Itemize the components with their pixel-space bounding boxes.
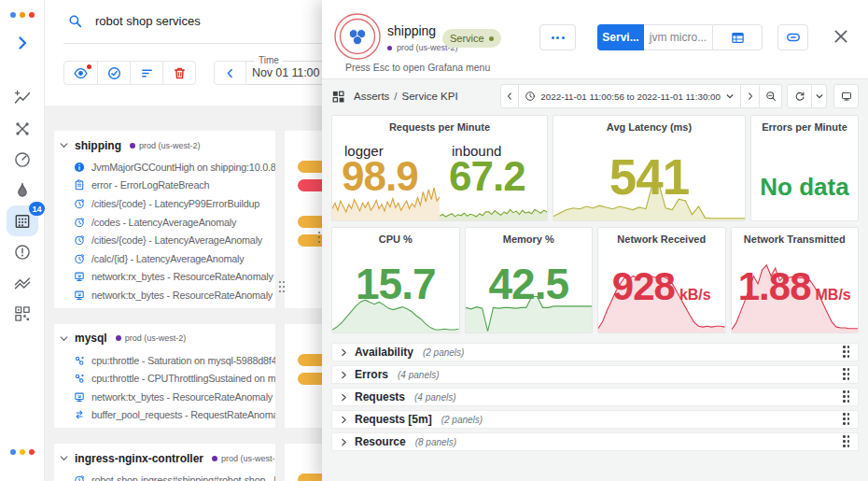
drag-handle-icon[interactable] <box>843 368 850 381</box>
alert-item[interactable]: network:tx_bytes - ResourceRateAnomaly <box>54 286 275 304</box>
search-input[interactable] <box>95 14 310 28</box>
service-group-ingress-nginx-controller: ingress-nginx-controllerprod (us-west-2)… <box>54 444 322 481</box>
dashboard-table-button[interactable] <box>712 24 763 50</box>
group-header[interactable]: ingress-nginx-controllerprod (us-west-2) <box>54 446 275 471</box>
alert-timeline-pill[interactable] <box>298 161 322 173</box>
drag-handle-icon[interactable] <box>843 390 850 403</box>
section-row-requests[interactable]: Requests(4 panels) <box>331 388 859 406</box>
chevron-down-icon <box>60 141 68 149</box>
latency-icon <box>74 198 85 209</box>
alert-item[interactable]: buffer_pool_requests - RequestRateAnomal… <box>54 406 275 425</box>
tab-service[interactable]: Servi... <box>597 24 644 50</box>
section-label: Resource <box>355 435 406 448</box>
chevron-down-icon <box>60 454 68 462</box>
refresh-button[interactable] <box>787 84 812 108</box>
time-controls: 2022-11-01 11:00:56 to 2022-11-01 11:30:… <box>500 84 859 108</box>
notification-badge: 14 <box>29 202 45 216</box>
zoom-out-icon <box>765 91 777 102</box>
alert-item[interactable]: robot-shop-ingress#shipping#robot-shop -… <box>54 471 275 481</box>
section-row-availability[interactable]: Availability(2 panels) <box>331 343 859 361</box>
time-back-button[interactable] <box>500 84 519 108</box>
column-resize-handle[interactable] <box>279 281 286 294</box>
alert-timeline-pill[interactable] <box>298 354 322 366</box>
alert-timeline-pill[interactable] <box>298 216 322 228</box>
kpi-toolbar: Asserts / Service KPI 2022-11-01 11:00:5… <box>322 80 868 112</box>
group-header[interactable]: shippingprod (us-west-2) <box>54 133 275 158</box>
chevron-down-icon <box>815 92 824 101</box>
time-forward-button[interactable] <box>741 84 760 108</box>
verified-icon <box>107 66 121 80</box>
section-label: Errors <box>355 368 388 381</box>
gauge-icon <box>13 150 32 169</box>
alert-item[interactable]: error - ErrorLogRateBreach <box>54 177 275 195</box>
network-icon <box>74 391 85 403</box>
breadcrumb-app[interactable]: Asserts <box>354 91 389 102</box>
sidebar-item-dashboards[interactable] <box>7 298 38 329</box>
time-range-button[interactable]: 2022-11-01 11:00:56 to 2022-11-01 11:30:… <box>519 84 741 108</box>
sidebar-expand-icon[interactable] <box>15 35 30 50</box>
timeline-row <box>285 194 322 213</box>
timeline-row <box>285 351 322 370</box>
sidebar-item-entities[interactable]: 14 <box>7 205 38 236</box>
section-row-resource[interactable]: Resource(8 panels) <box>331 432 859 451</box>
time-prev-button[interactable] <box>214 61 246 85</box>
trash-icon <box>173 66 187 80</box>
group-header[interactable]: mysqlprod (us-west-2) <box>54 326 275 351</box>
section-panel-count: (4 panels) <box>398 370 439 380</box>
alert-timeline-pill[interactable] <box>298 474 322 481</box>
chevron-down-icon <box>725 92 735 101</box>
badge-dot <box>489 36 494 41</box>
group-timeline <box>285 324 322 428</box>
sidebar-bottom-dots <box>10 449 35 455</box>
alert-item[interactable]: /calc/{id} - LatencyAverageAnomaly <box>54 249 275 268</box>
sidebar-item-topology[interactable] <box>7 113 38 144</box>
tab-jvm-micro[interactable]: jvm micro... <box>644 24 712 50</box>
sidebar-item-trend[interactable] <box>7 82 38 113</box>
service-entity-icon <box>333 12 382 61</box>
alert-item[interactable]: JvmMajorGCCountHigh on shipping:10.0.82.… <box>54 158 275 177</box>
kiosk-mode-button[interactable] <box>833 84 859 108</box>
drag-handle-icon[interactable] <box>843 346 850 359</box>
section-row-requests-5m-[interactable]: Requests [5m](2 panels) <box>331 410 859 429</box>
kpi-row-1: Requests per Minutelogger98.9inbound67.2… <box>331 115 859 221</box>
monitor-icon <box>841 91 852 102</box>
alert-item[interactable]: cpu:throttle - Saturation on mysql-5988d… <box>54 351 275 370</box>
sidebar-item-gauge[interactable] <box>7 144 38 175</box>
time-field[interactable]: Time Nov 01 11:00 – <box>246 61 322 85</box>
drag-handle-icon[interactable] <box>843 435 850 448</box>
section-panel-count: (4 panels) <box>414 392 455 403</box>
dashboard-tabs: Servi... jvm micro... <box>597 24 763 50</box>
alert-item[interactable]: /cities/{code} - LatencyAverageAnomaly <box>54 231 275 249</box>
trash-button[interactable] <box>162 62 195 84</box>
sidebar-item-activity[interactable] <box>7 267 38 298</box>
cpu-icon <box>74 373 85 384</box>
verified-button[interactable] <box>97 62 130 84</box>
alert-item[interactable]: cpu:throttle - CPUThrottlingSustained on… <box>54 369 275 388</box>
section-row-errors[interactable]: Errors(4 panels) <box>331 365 859 384</box>
timeline-row <box>285 177 322 195</box>
zoom-out-button[interactable] <box>760 84 782 108</box>
env-dot <box>116 335 121 341</box>
share-link-button[interactable] <box>777 24 808 50</box>
alert-timeline-pill[interactable] <box>298 179 322 191</box>
alert-item[interactable]: network:tx_bytes - ResourceRateAnomaly <box>54 388 275 406</box>
more-actions-button[interactable] <box>539 24 576 50</box>
alert-timeline-pill[interactable] <box>298 373 322 385</box>
group-timeline <box>285 444 322 481</box>
alert-item[interactable]: /codes - LatencyAverageAnomaly <box>54 213 275 232</box>
refresh-interval-button[interactable] <box>812 84 827 108</box>
sort-button[interactable] <box>130 62 162 84</box>
filter-button-group <box>63 61 196 85</box>
timeline-row <box>285 406 322 425</box>
apps-grid-icon[interactable] <box>331 90 345 104</box>
drag-handle-icon[interactable] <box>843 413 850 426</box>
env-dot <box>212 456 217 461</box>
eye-button[interactable] <box>64 62 97 84</box>
sidebar-item-flame[interactable] <box>7 175 38 205</box>
close-icon[interactable] <box>833 28 849 45</box>
alert-item[interactable]: /cities/{code} - LatencyP99ErrorBuildup <box>54 194 275 213</box>
section-panel-count: (2 panels) <box>441 415 483 425</box>
sidebar-item-incident[interactable] <box>7 236 38 267</box>
alert-item[interactable]: network:rx_bytes - ResourceRateAnomaly <box>54 268 275 287</box>
cpu-icon <box>74 355 85 366</box>
